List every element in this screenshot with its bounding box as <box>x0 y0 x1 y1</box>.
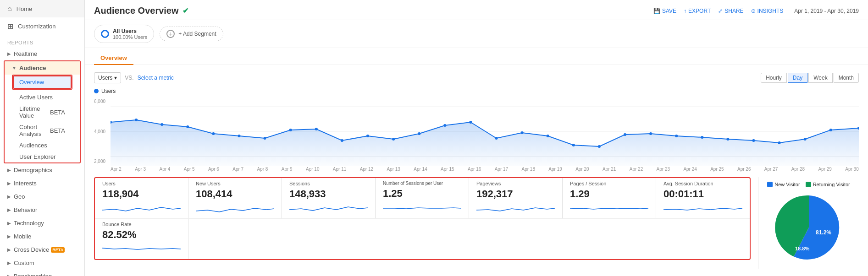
stats-empty-cell <box>188 219 282 259</box>
reports-section-label: REPORTS <box>0 35 84 47</box>
arrow-icon-interests: ▶ <box>7 181 11 186</box>
sidebar-item-demographics[interactable]: ▶ Demographics <box>0 163 84 177</box>
sidebar-item-cohort-analysis[interactable]: Cohort Analysis BETA <box>5 121 80 140</box>
y-axis: 6,000 4,000 2,000 <box>94 97 111 166</box>
svg-point-13 <box>366 135 369 137</box>
pie-chart-panel: New Visitor Returning Visitor 81.2% 18.8… <box>758 177 859 269</box>
svg-point-19 <box>521 131 524 134</box>
chart-container: 6,000 4,000 2,000 <box>94 97 859 173</box>
svg-point-15 <box>418 132 420 135</box>
svg-point-23 <box>624 133 626 136</box>
sparkline-sessions <box>289 202 368 216</box>
stat-new-users: New Users 108,414 <box>188 178 282 218</box>
svg-point-22 <box>598 145 601 148</box>
page-title: Audience Overview ✔ <box>94 5 188 16</box>
new-visitor-legend: New Visitor <box>767 182 800 187</box>
arrow-icon-demo: ▶ <box>7 168 11 173</box>
stats-grid-bordered: Users 118,904 New Users 108,414 <box>94 177 751 260</box>
sidebar-item-audiences[interactable]: Audiences <box>5 140 80 151</box>
insights-button[interactable]: ⊙ INSIGHTS <box>751 8 784 14</box>
legend-dot-icon <box>94 89 99 93</box>
sidebar-item-benchmarking[interactable]: ▶ Benchmarking <box>0 270 84 276</box>
week-button[interactable]: Week <box>808 73 832 83</box>
svg-point-28 <box>752 139 755 142</box>
beta-badge-cross: BETA <box>51 247 65 253</box>
sidebar-customization[interactable]: ⊞ Customization <box>0 17 84 35</box>
grid-icon: ⊞ <box>7 22 13 31</box>
svg-point-6 <box>186 125 189 128</box>
pie-chart-svg: 81.2% 18.8% <box>772 191 846 264</box>
dropdown-arrow-icon: ▾ <box>114 75 117 81</box>
home-icon: ⌂ <box>7 5 12 13</box>
audience-section-highlight: ▼ Audience Overview Active Users Lifetim… <box>4 60 81 163</box>
sidebar-home[interactable]: ⌂ Home <box>0 0 84 17</box>
segment-bar: All Users 100.00% Users + + Add Segment <box>85 20 868 48</box>
export-button[interactable]: ↑ EXPORT <box>684 8 711 14</box>
arrow-icon-custom: ▶ <box>7 260 11 265</box>
hourly-button[interactable]: Hourly <box>761 73 787 83</box>
svg-point-29 <box>778 141 781 144</box>
arrow-icon-behavior: ▶ <box>7 207 11 212</box>
overview-highlight: Overview <box>12 75 72 90</box>
sidebar-item-audience[interactable]: ▼ Audience <box>5 61 80 75</box>
stats-empty-cell4 <box>469 219 563 259</box>
new-visitor-dot <box>767 182 773 187</box>
sidebar-item-realtime[interactable]: ▶ Realtime <box>0 47 84 60</box>
metric-dropdown[interactable]: Users ▾ <box>94 72 121 83</box>
stat-sessions-per-user: Number of Sessions per User 1.25 <box>376 178 469 218</box>
arrow-icon-geo: ▶ <box>7 194 11 199</box>
svg-point-12 <box>341 139 343 142</box>
export-icon: ↑ <box>684 8 686 14</box>
svg-point-21 <box>572 144 575 146</box>
sparkline-pageviews <box>476 202 555 216</box>
chart-controls: Users ▾ VS. Select a metric Hourly Day W… <box>94 72 859 83</box>
tab-bar: Overview <box>85 48 868 65</box>
arrow-icon-tech: ▶ <box>7 221 11 226</box>
sidebar-item-interests[interactable]: ▶ Interests <box>0 177 84 190</box>
svg-point-11 <box>315 128 318 130</box>
insights-icon: ⊙ <box>751 8 756 14</box>
sidebar-item-user-explorer[interactable]: User Explorer <box>5 151 80 162</box>
svg-point-5 <box>160 123 163 126</box>
sparkline-sessions-per-user <box>383 201 461 215</box>
sidebar-item-overview[interactable]: Overview <box>14 76 71 88</box>
svg-point-26 <box>701 136 703 139</box>
chart-svg-wrapper <box>111 97 859 166</box>
stats-empty-cell5 <box>563 219 656 259</box>
stat-pages-per-session: Pages / Session 1.29 <box>563 178 656 218</box>
sidebar-item-mobile[interactable]: ▶ Mobile <box>0 230 84 243</box>
sidebar-item-technology[interactable]: ▶ Technology <box>0 216 84 230</box>
sidebar-item-cross-device[interactable]: ▶ Cross Device BETA <box>0 243 84 256</box>
day-button[interactable]: Day <box>788 73 807 83</box>
stat-users: Users 118,904 <box>95 178 188 218</box>
sidebar-item-active-users[interactable]: Active Users <box>5 92 80 103</box>
svg-point-7 <box>212 132 215 135</box>
returning-visitor-dot <box>806 182 811 187</box>
add-segment-button[interactable]: + + Add Segment <box>160 27 223 41</box>
main-header: Audience Overview ✔ 💾 SAVE ↑ EXPORT ⤢ SH… <box>85 0 868 20</box>
stats-panel: Users 118,904 New Users 108,414 <box>94 177 751 269</box>
beta-badge-cohort: BETA <box>50 127 65 134</box>
sparkline-avg-session <box>663 202 742 216</box>
sidebar-item-behavior[interactable]: ▶ Behavior <box>0 203 84 216</box>
stat-pageviews: Pageviews 192,317 <box>469 178 563 218</box>
sparkline-bounce-rate <box>102 243 181 256</box>
stats-empty-cell6 <box>656 219 750 259</box>
tab-overview[interactable]: Overview <box>94 52 133 65</box>
stats-empty-cell2 <box>282 219 376 259</box>
arrow-icon-bench: ▶ <box>7 274 11 276</box>
sidebar-item-geo[interactable]: ▶ Geo <box>0 190 84 203</box>
save-button[interactable]: 💾 SAVE <box>653 8 676 14</box>
svg-point-27 <box>726 138 729 141</box>
sidebar-item-lifetime-value[interactable]: Lifetime Value BETA <box>5 103 80 121</box>
svg-point-4 <box>135 119 138 121</box>
stats-bottom-row: Bounce Rate 82.52% <box>95 219 750 259</box>
time-period-buttons: Hourly Day Week Month <box>761 73 859 83</box>
share-button[interactable]: ⤢ SHARE <box>718 8 743 14</box>
sidebar-item-custom[interactable]: ▶ Custom <box>0 256 84 270</box>
all-users-segment[interactable]: All Users 100.00% Users <box>94 25 154 43</box>
select-metric-link[interactable]: Select a metric <box>138 75 174 81</box>
month-button[interactable]: Month <box>834 73 859 83</box>
svg-point-24 <box>649 132 652 135</box>
stat-bounce-rate: Bounce Rate 82.52% <box>95 219 188 259</box>
